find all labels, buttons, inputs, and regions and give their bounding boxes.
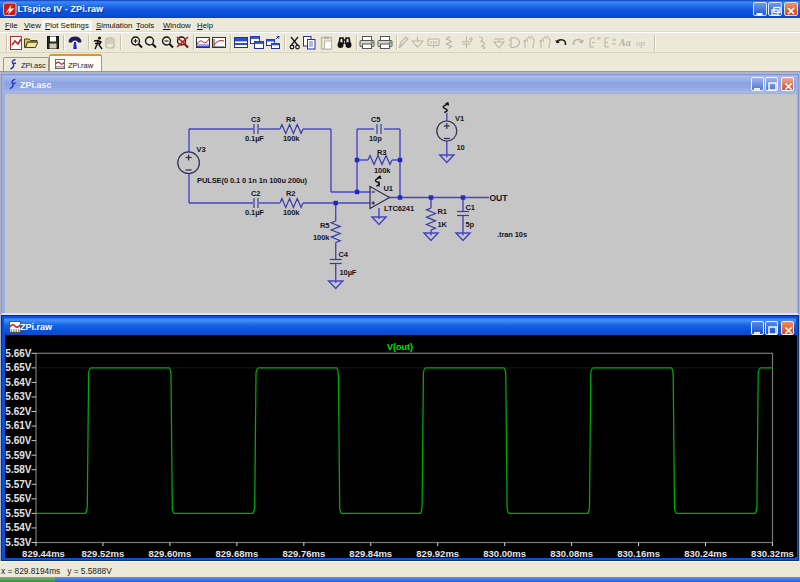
svg-text:829.92ms: 829.92ms (416, 548, 459, 559)
svg-text:10p: 10p (369, 134, 382, 143)
svg-text:V1: V1 (455, 114, 464, 123)
svg-text:5.60V: 5.60V (5, 435, 31, 446)
svg-text:830.24ms: 830.24ms (684, 548, 727, 559)
svg-text:R4: R4 (286, 115, 296, 124)
svg-text:100k: 100k (313, 233, 330, 242)
svg-text:5.58V: 5.58V (5, 464, 31, 475)
svg-text:PULSE(0 0.1 0 1n 1n 100u 200u): PULSE(0 0.1 0 1n 1n 100u 200u) (197, 176, 308, 185)
svg-text:100k: 100k (283, 134, 300, 143)
svg-text:5.55V: 5.55V (5, 508, 31, 519)
svg-text:R2: R2 (286, 189, 295, 198)
svg-text:C2: C2 (251, 189, 260, 198)
svg-text:830.08ms: 830.08ms (550, 548, 593, 559)
svg-text:830.32ms: 830.32ms (751, 548, 794, 559)
svg-text:5.61V: 5.61V (5, 420, 31, 431)
svg-text:5.59V: 5.59V (5, 450, 31, 461)
svg-text:830.16ms: 830.16ms (617, 548, 660, 559)
svg-text:U1: U1 (384, 184, 393, 193)
svg-text:C4: C4 (339, 250, 349, 259)
svg-text:5.53V: 5.53V (5, 537, 31, 548)
svg-text:829.52ms: 829.52ms (82, 548, 125, 559)
svg-text:.tran 10s: .tran 10s (497, 230, 527, 239)
svg-text:5p: 5p (466, 220, 475, 229)
svg-text:5.66V: 5.66V (5, 348, 31, 359)
svg-text:C3: C3 (251, 115, 260, 124)
svg-text:5.54V: 5.54V (5, 522, 31, 533)
svg-text:5.56V: 5.56V (5, 493, 31, 504)
svg-text:LTC6241: LTC6241 (384, 204, 414, 213)
svg-text:5.65V: 5.65V (5, 362, 31, 373)
svg-text:829.60ms: 829.60ms (149, 548, 192, 559)
svg-text:100k: 100k (374, 166, 391, 175)
svg-text:1K: 1K (438, 220, 448, 229)
svg-text:5.57V: 5.57V (5, 479, 31, 490)
svg-text:R3: R3 (377, 148, 386, 157)
svg-text:829.84ms: 829.84ms (349, 548, 392, 559)
svg-text:5.64V: 5.64V (5, 377, 31, 388)
svg-text:0.1µF: 0.1µF (245, 208, 264, 217)
svg-text:R5: R5 (320, 221, 329, 230)
svg-text:C5: C5 (371, 115, 380, 124)
svg-text:R1: R1 (438, 207, 447, 216)
svg-text:100k: 100k (283, 208, 300, 217)
svg-text:829.76ms: 829.76ms (282, 548, 325, 559)
svg-text:10: 10 (457, 143, 465, 152)
svg-text:829.44ms: 829.44ms (22, 548, 65, 559)
svg-text:10µF: 10µF (340, 268, 357, 277)
svg-text:OUT: OUT (490, 193, 509, 203)
svg-text:C1: C1 (466, 203, 475, 212)
svg-text:830.00ms: 830.00ms (483, 548, 526, 559)
svg-text:829.68ms: 829.68ms (215, 548, 258, 559)
svg-text:V(out): V(out) (387, 342, 413, 352)
svg-text:5.63V: 5.63V (5, 391, 31, 402)
svg-text:0.1µF: 0.1µF (245, 134, 264, 143)
svg-text:V3: V3 (197, 145, 206, 154)
svg-text:5.62V: 5.62V (5, 406, 31, 417)
